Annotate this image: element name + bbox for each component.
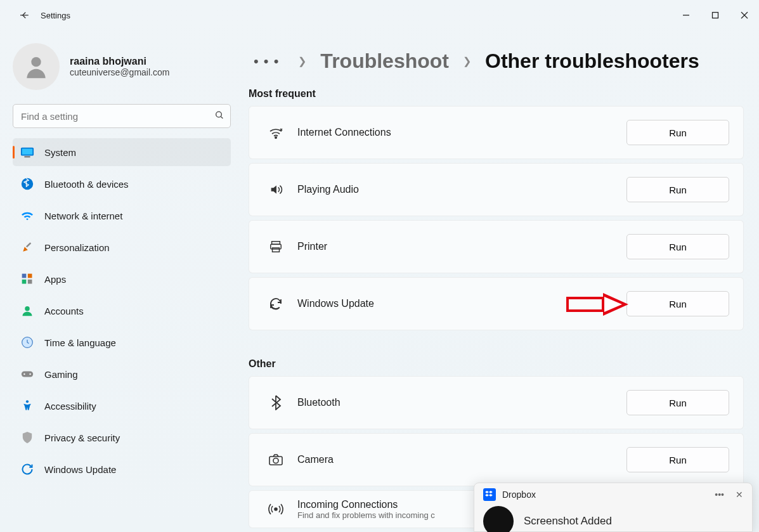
- person-icon: [22, 53, 50, 81]
- person-icon: [20, 304, 34, 318]
- maximize-icon: [711, 11, 719, 19]
- troubleshooter-label: Bluetooth: [297, 397, 341, 408]
- window-controls: [671, 5, 759, 25]
- troubleshooter-label: Windows Update: [297, 298, 374, 309]
- sidebar-item-accessibility[interactable]: Accessibility: [13, 392, 231, 420]
- refresh-icon: [263, 296, 289, 311]
- chevron-right-icon: ❯: [463, 55, 471, 67]
- troubleshooter-audio: Playing Audio Run: [249, 163, 744, 216]
- minimize-button[interactable]: [671, 5, 701, 25]
- troubleshooter-printer: Printer Run: [249, 220, 744, 273]
- sidebar-item-system[interactable]: System: [13, 138, 231, 166]
- page-title: Other troubleshooters: [485, 49, 699, 73]
- run-button[interactable]: Run: [626, 120, 729, 145]
- troubleshooter-label: Camera: [297, 454, 334, 465]
- svg-rect-27: [568, 298, 603, 311]
- run-button[interactable]: Run: [626, 390, 729, 415]
- bluetooth-icon: [263, 395, 289, 410]
- sidebar-item-label: Accessibility: [44, 401, 96, 412]
- shield-icon: [20, 431, 34, 444]
- toast-more-button[interactable]: •••: [715, 490, 724, 500]
- profile-email: cuteuniverse@gmail.com: [70, 67, 169, 77]
- accessibility-icon: [20, 399, 34, 413]
- troubleshooter-label: Playing Audio: [297, 184, 359, 195]
- sidebar-item-label: System: [44, 147, 76, 158]
- troubleshooter-label: Internet Connections: [297, 127, 391, 138]
- run-button[interactable]: Run: [626, 234, 729, 259]
- search-input[interactable]: [13, 104, 231, 128]
- update-icon: [20, 462, 34, 476]
- speaker-icon: [263, 183, 289, 197]
- sidebar-item-network[interactable]: Network & internet: [13, 202, 231, 230]
- toast-app-name: Dropbox: [502, 490, 536, 500]
- svg-point-22: [26, 400, 29, 403]
- sidebar-item-label: Network & internet: [44, 211, 122, 221]
- clock-icon: [20, 335, 34, 349]
- wifi-icon: [20, 209, 34, 223]
- svg-rect-26: [273, 248, 280, 252]
- close-button[interactable]: [730, 5, 759, 25]
- profile-name: raaina bhojwani: [70, 56, 169, 67]
- section-title-most-frequent: Most frequent: [249, 88, 744, 100]
- back-button[interactable]: [11, 3, 37, 28]
- system-icon: [20, 145, 34, 159]
- svg-marker-29: [604, 297, 622, 312]
- sidebar-item-label: Bluetooth & devices: [44, 179, 129, 190]
- troubleshooter-windows-update: Windows Update Run: [249, 277, 744, 330]
- sidebar-item-label: Time & language: [44, 337, 116, 348]
- maximize-button[interactable]: [701, 5, 730, 25]
- sidebar-item-label: Windows Update: [44, 464, 116, 475]
- search-icon[interactable]: [214, 110, 224, 122]
- run-button[interactable]: Run: [626, 177, 729, 202]
- close-icon: [741, 11, 748, 19]
- sidebar-item-privacy[interactable]: Privacy & security: [13, 424, 231, 451]
- sidebar-item-gaming[interactable]: Gaming: [13, 360, 231, 388]
- svg-line-6: [221, 117, 223, 119]
- section-title-other: Other: [249, 358, 744, 370]
- printer-icon: [263, 240, 289, 254]
- sidebar-item-time[interactable]: Time & language: [13, 328, 231, 356]
- toast-title: Screenshot Added: [524, 515, 612, 528]
- breadcrumb: • • • ❯ Troubleshoot ❯ Other troubleshoo…: [249, 49, 744, 73]
- sidebar-item-label: Accounts: [44, 306, 84, 316]
- wifi-icon: [263, 126, 289, 139]
- sidebar-item-personalization[interactable]: Personalization: [13, 233, 231, 261]
- run-button[interactable]: Run: [626, 291, 729, 316]
- breadcrumb-parent[interactable]: Troubleshoot: [320, 49, 449, 73]
- app-title: Settings: [41, 11, 70, 20]
- svg-point-32: [275, 508, 277, 510]
- camera-icon: [263, 453, 289, 466]
- run-button[interactable]: Run: [626, 447, 729, 472]
- breadcrumb-more[interactable]: • • •: [249, 53, 284, 70]
- main-content: • • • ❯ Troubleshoot ❯ Other troubleshoo…: [241, 30, 759, 532]
- troubleshooter-internet: Internet Connections Run: [249, 106, 744, 159]
- titlebar: Settings: [0, 0, 759, 30]
- svg-rect-19: [22, 371, 33, 377]
- svg-point-16: [25, 306, 30, 311]
- svg-rect-11: [26, 242, 31, 247]
- toast-close-button[interactable]: ✕: [736, 490, 743, 500]
- search-box: [13, 104, 231, 128]
- sidebar-item-apps[interactable]: Apps: [13, 265, 231, 293]
- sidebar-item-label: Apps: [44, 274, 66, 285]
- sidebar: raaina bhojwani cuteuniverse@gmail.com S…: [0, 30, 241, 532]
- chevron-right-icon: ❯: [298, 55, 306, 67]
- sidebar-item-update[interactable]: Windows Update: [13, 455, 231, 483]
- sidebar-item-bluetooth[interactable]: Bluetooth & devices: [13, 170, 231, 198]
- svg-point-4: [31, 57, 41, 67]
- notification-toast[interactable]: Dropbox ••• ✕ Screenshot Added: [474, 483, 753, 532]
- avatar: [13, 43, 60, 90]
- paint-icon: [20, 240, 34, 254]
- sidebar-item-label: Gaming: [44, 369, 78, 380]
- troubleshooter-label: Printer: [297, 241, 327, 252]
- svg-point-21: [29, 373, 30, 375]
- sidebar-item-accounts[interactable]: Accounts: [13, 297, 231, 325]
- svg-marker-28: [603, 293, 628, 316]
- profile-block[interactable]: raaina bhojwani cuteuniverse@gmail.com: [13, 43, 231, 90]
- svg-point-5: [216, 112, 222, 117]
- svg-point-23: [275, 137, 276, 138]
- apps-icon: [20, 272, 34, 286]
- toast-thumbnail: [483, 506, 514, 532]
- svg-point-31: [273, 458, 278, 464]
- dropbox-icon: [483, 488, 496, 501]
